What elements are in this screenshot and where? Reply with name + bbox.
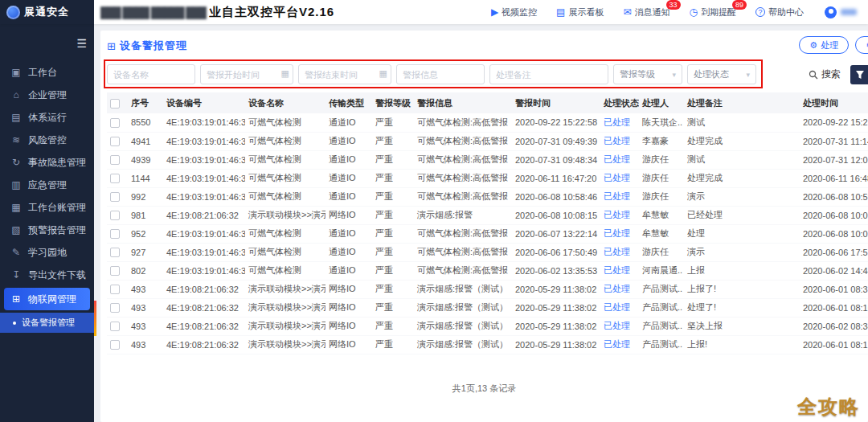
nav-item-expiry-reminder[interactable]: ◷到期提醒89: [690, 6, 736, 18]
cell-process-status[interactable]: 已处理: [600, 113, 639, 132]
alarm-table: 序号设备编号设备名称传输类型警报等级警报信息警报时间处理状态处理人处理备注处理时…: [107, 92, 868, 354]
cell-process-time: 2020-06-08 10:09:0: [800, 206, 868, 224]
cell-device-name: 演示联动模块>>演示...: [245, 280, 326, 298]
cell-seq: 493: [128, 298, 163, 317]
table-row[interactable]: 4934E:19:08:21:06:32演示联动模块>>演示...网络IO严重演…: [107, 335, 868, 354]
row-checkbox[interactable]: [110, 340, 120, 350]
cell-process-status[interactable]: 已处理: [600, 243, 639, 261]
table-row[interactable]: 49414E:19:03:19:01:46:3可燃气体检测通道IO严重可燃气体检…: [107, 132, 868, 150]
cell-alarm-info: 可燃气体检测:高低警报: [414, 261, 512, 280]
table-row[interactable]: 9924E:19:03:19:01:46:3可燃气体检测通道IO严重可燃气体检测…: [107, 187, 868, 206]
learning-garden-icon: ✎: [10, 247, 22, 258]
alarm-end-time-input[interactable]: [298, 64, 391, 84]
sidebar-item-label: 工作台账管理: [28, 201, 86, 215]
sidebar-item-learning-garden[interactable]: ✎学习园地: [0, 241, 94, 264]
advanced-filter-button[interactable]: [850, 65, 868, 84]
sidebar-item-warning-report[interactable]: ▧预警报告管理: [0, 219, 94, 241]
cell-process-status[interactable]: 已处理: [600, 317, 639, 335]
table-row[interactable]: 4934E:19:08:21:06:32演示联动模块>>演示...网络IO严重演…: [107, 280, 868, 298]
row-checkbox[interactable]: [110, 248, 120, 257]
badge-count: 89: [732, 0, 747, 10]
user-menu[interactable]: [804, 6, 868, 18]
select-all-cell: [107, 92, 128, 113]
alarm-end-time-field: ▦: [298, 64, 391, 84]
cell-process-remark: 演示: [684, 243, 800, 261]
row-checkbox[interactable]: [110, 229, 120, 239]
table-row[interactable]: 4934E:19:08:21:06:32演示联动模块>>演示...网络IO严重演…: [107, 298, 868, 317]
sidebar-item-enterprise-management[interactable]: ⌂企业管理: [0, 84, 94, 106]
collapse-menu-icon[interactable]: ☰: [76, 37, 87, 50]
column-header-processor: 处理人: [639, 92, 684, 113]
sidebar-item-emergency-management[interactable]: ▥应急管理: [0, 174, 94, 196]
app-logo[interactable]: 展通安全: [0, 0, 94, 24]
cell-process-status[interactable]: 已处理: [600, 261, 639, 280]
batch-process-button[interactable]: ⚙ 批量处理: [855, 36, 868, 54]
sidebar-item-work-ledger[interactable]: ▦工作台账管理: [0, 196, 94, 219]
cell-process-status[interactable]: 已处理: [600, 150, 639, 169]
search-button[interactable]: 搜索: [809, 68, 841, 81]
cell-transmission-type: 通道IO: [326, 261, 372, 280]
select-all-checkbox[interactable]: [110, 99, 120, 109]
nav-item-message-notification[interactable]: ✉消息通知33: [623, 6, 669, 18]
nav-item-help-center[interactable]: ?帮助中心: [755, 6, 804, 18]
alarm-level-select-value: 警报等级: [620, 68, 655, 80]
cell-device-no: 4E:19:03:19:01:46:3: [163, 187, 245, 206]
column-header-device-name: 设备名称: [245, 92, 326, 113]
process-status-select[interactable]: 处理状态 ▾: [687, 64, 756, 84]
cell-transmission-type: 通道IO: [326, 150, 372, 169]
sidebar-item-file-download[interactable]: ↧导出文件下载: [0, 264, 94, 286]
video-monitor-icon: ▶: [491, 7, 498, 17]
row-checkbox[interactable]: [110, 211, 120, 220]
cell-process-status[interactable]: 已处理: [600, 335, 639, 354]
table-row[interactable]: 8024E:19:03:19:01:46:3可燃气体检测通道IO严重可燃气体检测…: [107, 261, 868, 280]
table-row[interactable]: 4934E:19:08:21:06:32演示联动模块>>演示...网络IO严重演…: [107, 317, 868, 335]
alarm-info-input[interactable]: [396, 64, 485, 84]
cell-process-status[interactable]: 已处理: [600, 132, 639, 150]
row-checkbox[interactable]: [110, 192, 120, 202]
cell-process-status[interactable]: 已处理: [600, 169, 639, 187]
sidebar-item-iot-management[interactable]: ⊞物联网管理: [4, 288, 90, 310]
sidebar-item-risk-control[interactable]: ≋风险管控: [0, 129, 94, 151]
row-checkbox[interactable]: [110, 285, 120, 294]
cell-process-status[interactable]: 已处理: [600, 187, 639, 206]
row-checkbox[interactable]: [110, 118, 120, 128]
table-row[interactable]: 49394E:19:03:19:01:46:3可燃气体检测通道IO严重可燃气体检…: [107, 150, 868, 169]
device-name-input[interactable]: [107, 64, 195, 84]
alarm-start-time-input[interactable]: [200, 64, 293, 84]
table-row[interactable]: 9524E:19:03:19:01:46:3可燃气体检测通道IO严重可燃气体检测…: [107, 224, 868, 243]
row-checkbox[interactable]: [110, 303, 120, 313]
row-checkbox[interactable]: [110, 322, 120, 331]
row-checkbox[interactable]: [110, 174, 120, 183]
cell-process-status[interactable]: 已处理: [600, 224, 639, 243]
nav-item-display-board[interactable]: ▤展示看板: [556, 6, 604, 18]
top-header: 展通安全 ███ ████ █████ ███ 业自主双控平台V2.16 ▶视频…: [0, 0, 868, 24]
cell-process-status[interactable]: 已处理: [600, 280, 639, 298]
row-checkbox[interactable]: [110, 137, 120, 146]
cell-transmission-type: 网络IO: [326, 280, 372, 298]
table-row[interactable]: 85504E:19:03:19:01:46:3可燃气体检测通道IO严重可燃气体检…: [107, 113, 868, 132]
column-header-seq: 序号: [128, 92, 163, 113]
sidebar-item-system-operation[interactable]: ▤体系运行: [0, 106, 94, 129]
process-button[interactable]: ⚙ 处理: [799, 36, 849, 54]
sidebar-item-workbench[interactable]: ▣工作台: [0, 61, 94, 84]
row-checkbox[interactable]: [110, 266, 120, 276]
nav-item-video-monitor[interactable]: ▶视频监控: [491, 6, 537, 18]
sidebar-item-hazard-management[interactable]: ↻事故隐患管理: [0, 151, 94, 174]
column-header-alarm-level: 警报等级: [372, 92, 414, 113]
table-row[interactable]: 9274E:19:03:19:01:46:3可燃气体检测通道IO严重可燃气体检测…: [107, 243, 868, 261]
platform-title: 业自主双控平台V2.16: [209, 5, 334, 20]
cell-transmission-type: 网络IO: [326, 298, 372, 317]
cell-process-status[interactable]: 已处理: [600, 298, 639, 317]
sidebar-subitem-device-alarm-management[interactable]: 设备警报管理: [0, 313, 94, 333]
table-row[interactable]: 9814E:19:08:21:06:32演示联动模块>>演示...网络IO严重演…: [107, 206, 868, 224]
cell-transmission-type: 通道IO: [326, 187, 372, 206]
row-checkbox[interactable]: [110, 155, 120, 165]
alarm-level-select[interactable]: 警报等级 ▾: [613, 64, 682, 84]
cell-transmission-type: 网络IO: [326, 317, 372, 335]
cell-alarm-level: 严重: [372, 132, 414, 150]
table-row[interactable]: 11444E:19:03:19:01:46:3可燃气体检测通道IO严重可燃气体检…: [107, 169, 868, 187]
cell-process-status[interactable]: 已处理: [600, 206, 639, 224]
process-remark-input[interactable]: [489, 64, 608, 84]
cell-alarm-info: 可燃气体检测:高低警报: [414, 169, 512, 187]
cell-device-name: 演示联动模块>>演示...: [245, 335, 326, 354]
